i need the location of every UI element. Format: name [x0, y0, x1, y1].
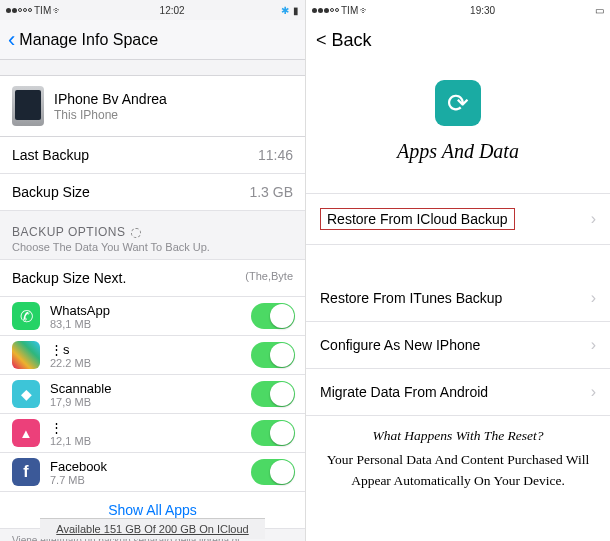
device-sub: This IPhone	[54, 108, 167, 122]
app-icon	[12, 419, 40, 447]
device-name: IPhone Bv Andrea	[54, 91, 167, 107]
status-bar: TIM ᯤ 19:30 ▭	[306, 0, 610, 20]
backup-options-sub: Choose The Data You Want To Back Up.	[0, 241, 305, 259]
page-title: Apps And Data	[306, 140, 610, 163]
app-row-whatsapp: WhatsApp 83,1 MB	[0, 297, 305, 336]
app-name: ⋮s	[50, 342, 251, 357]
toggle-facebook[interactable]	[251, 459, 295, 485]
backup-next-value: (The,Byte	[245, 270, 293, 286]
nav-title[interactable]: Manage Info Space	[19, 31, 158, 49]
toggle-whatsapp[interactable]	[251, 303, 295, 329]
wifi-icon: ᯤ	[53, 5, 63, 16]
chevron-right-icon: ›	[591, 210, 596, 228]
carrier-label: TIM	[34, 5, 51, 16]
last-backup-row: Last Backup 11:46	[0, 137, 305, 174]
row-label: Restore From ICloud Backup	[320, 208, 515, 230]
app-row-slack: ⋮s 22.2 MB	[0, 336, 305, 375]
wifi-icon: ᯤ	[360, 5, 370, 16]
row-label: Migrate Data From Android	[320, 384, 488, 400]
whatsapp-icon	[12, 302, 40, 330]
app-size: 12,1 MB	[50, 435, 251, 447]
app-size: 83,1 MB	[50, 318, 251, 330]
backup-size-label: Backup Size	[12, 184, 90, 200]
iphone-icon	[12, 86, 44, 126]
app-name: ⋮	[50, 420, 251, 435]
backup-size-row: Backup Size 1.3 GB	[0, 174, 305, 211]
nav-bar: < Back	[306, 20, 610, 60]
backup-size-value: 1.3 GB	[249, 184, 293, 200]
toggle-scannable[interactable]	[251, 381, 295, 407]
back-chevron-icon[interactable]: ‹	[8, 27, 15, 53]
app-row-facebook: Facebook 7.7 MB	[0, 453, 305, 491]
spinner-icon	[131, 228, 141, 238]
backup-size-next-row: Backup Size Next. (The,Byte	[0, 259, 305, 297]
row-label: Restore From ITunes Backup	[320, 290, 502, 306]
row-label: Configure As New IPhone	[320, 337, 480, 353]
app-row-pink: ⋮ 12,1 MB	[0, 414, 305, 453]
toggle-slack[interactable]	[251, 342, 295, 368]
last-backup-value: 11:46	[258, 147, 293, 163]
chevron-right-icon: ›	[591, 383, 596, 401]
restore-icon: ⟳	[435, 80, 481, 126]
app-name: Facebook	[50, 459, 251, 474]
facebook-icon	[12, 458, 40, 486]
reset-question: What Happens With The Reset?	[324, 426, 592, 446]
migrate-android-row[interactable]: Migrate Data From Android ›	[306, 369, 610, 416]
back-button[interactable]: < Back	[316, 30, 372, 51]
backup-options-header: BACKUP OPTIONS	[0, 211, 305, 241]
bluetooth-icon: ✱	[281, 5, 289, 16]
backup-next-label: Backup Size Next.	[12, 270, 126, 286]
slack-icon	[12, 341, 40, 369]
clock: 19:30	[470, 5, 495, 16]
clock: 12:02	[160, 5, 185, 16]
chevron-right-icon: ›	[591, 336, 596, 354]
nav-bar: ‹ Manage Info Space	[0, 20, 305, 60]
battery-icon: ▮	[293, 5, 299, 16]
restore-icloud-row[interactable]: Restore From ICloud Backup ›	[306, 193, 610, 245]
available-storage-bar: Available 151 GB Of 200 GB On ICloud	[40, 518, 265, 539]
chevron-right-icon: ›	[591, 289, 596, 307]
app-name: Scannable	[50, 381, 251, 396]
reset-explanation: What Happens With The Reset? Your Person…	[306, 416, 610, 501]
restore-itunes-row[interactable]: Restore From ITunes Backup ›	[306, 275, 610, 322]
last-backup-label: Last Backup	[12, 147, 89, 163]
app-name: WhatsApp	[50, 303, 251, 318]
app-size: 22.2 MB	[50, 357, 251, 369]
signal-dots-icon	[312, 8, 339, 13]
scannable-icon	[12, 380, 40, 408]
app-size: 17,9 MB	[50, 396, 251, 408]
app-size: 7.7 MB	[50, 474, 251, 486]
status-bar: TIM ᯤ 12:02 ✱ ▮	[0, 0, 305, 20]
device-header: IPhone Bv Andrea This IPhone	[0, 75, 305, 137]
configure-new-row[interactable]: Configure As New IPhone ›	[306, 322, 610, 369]
carrier-label: TIM	[341, 5, 358, 16]
reset-body: Your Personal Data And Content Purchased…	[327, 452, 590, 487]
signal-dots-icon	[6, 8, 32, 13]
battery-icon: ▭	[595, 5, 604, 16]
app-row-scannable: Scannable 17,9 MB	[0, 375, 305, 414]
toggle-app[interactable]	[251, 420, 295, 446]
